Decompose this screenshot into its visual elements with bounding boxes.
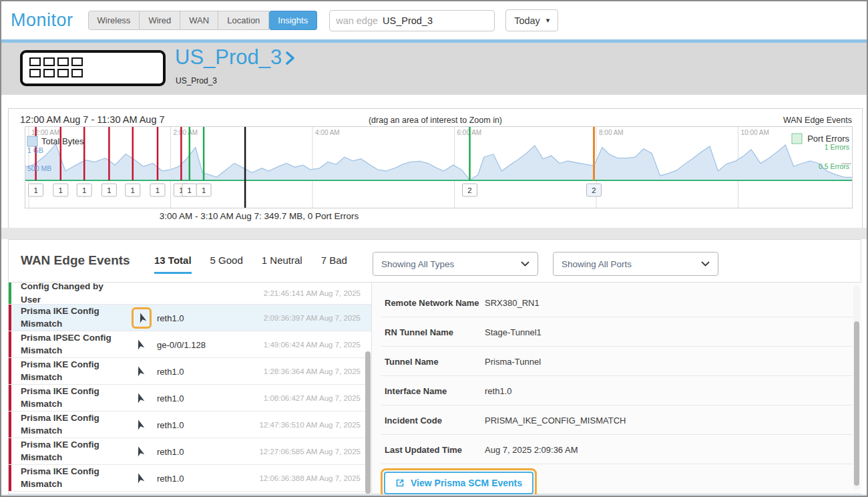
tab-location[interactable]: Location bbox=[218, 11, 269, 30]
severity-bar bbox=[9, 465, 11, 491]
wan-edge-events-card: WAN Edge Events 13 Total5 Good1 Neutral7… bbox=[8, 239, 861, 494]
tab-wireless[interactable]: Wireless bbox=[88, 11, 140, 30]
type-filter-dropdown[interactable]: Showing All Types bbox=[373, 252, 538, 276]
svg-text:2: 2 bbox=[467, 186, 471, 194]
tab-wired[interactable]: Wired bbox=[140, 11, 180, 30]
event-title: Config Changed by User bbox=[21, 283, 114, 307]
tab-wan[interactable]: WAN bbox=[180, 11, 218, 30]
event-port: reth1.0 bbox=[157, 393, 184, 403]
event-row[interactable]: Prisma IKE Config Mismatchreth1.012:47:3… bbox=[9, 411, 371, 438]
detail-label: RN Tunnel Name bbox=[385, 327, 453, 337]
external-link-icon bbox=[395, 478, 405, 488]
detail-row: RN Tunnel NameStage-Tunnel1 bbox=[381, 317, 853, 347]
svg-text:1 Errors: 1 Errors bbox=[825, 143, 849, 151]
action-highlight-ring: View Prisma SCM Events bbox=[381, 468, 537, 497]
detail-value: SRX380_RN1 bbox=[485, 297, 539, 307]
svg-text:1: 1 bbox=[156, 186, 160, 194]
event-summary-tabs: 13 Total5 Good1 Neutral7 Bad bbox=[154, 255, 347, 274]
bottom-strip bbox=[1, 494, 867, 496]
wan-edge-device-icon bbox=[132, 307, 152, 329]
wan-edge-device-icon bbox=[132, 416, 148, 434]
wan-edge-events-chart[interactable]: 12:00 AM2:00 AM4:00 AM6:00 AM8:00 AM10:0… bbox=[25, 126, 853, 208]
device-subtitle: US_Prod_3 bbox=[176, 76, 217, 86]
event-title: Prisma IKE Config Mismatch bbox=[21, 411, 114, 438]
svg-text:1: 1 bbox=[59, 186, 63, 194]
port-filter-label: Showing All Ports bbox=[562, 259, 632, 269]
device-front-panel-icon bbox=[20, 50, 166, 86]
wan-edge-device-icon bbox=[132, 470, 148, 487]
monitor-tab-group: WirelessWiredWANLocationInsights bbox=[88, 11, 318, 30]
time-range-button[interactable]: Today ▾ bbox=[505, 9, 558, 31]
section-gap bbox=[1, 228, 867, 239]
svg-text:1: 1 bbox=[82, 186, 86, 194]
event-timestamp: 1:28:36:364 AM Aug 7, 2025 bbox=[264, 367, 361, 375]
severity-bar bbox=[9, 438, 11, 464]
event-timestamp: 2:21:45:141 AM Aug 7, 2025 bbox=[264, 289, 361, 297]
event-title: Prisma IPSEC Config Mismatch bbox=[21, 331, 114, 357]
severity-bar bbox=[9, 331, 11, 357]
device-ports-icon bbox=[29, 57, 83, 77]
detail-scrollbar-track bbox=[853, 285, 860, 490]
device-name-link[interactable]: US_Prod_3 bbox=[175, 45, 282, 69]
detail-label: Incident Code bbox=[385, 415, 442, 425]
svg-text:8:00 AM: 8:00 AM bbox=[599, 129, 624, 136]
page-title: Monitor bbox=[11, 10, 73, 31]
svg-text:1: 1 bbox=[188, 186, 192, 194]
svg-text:2: 2 bbox=[592, 186, 596, 194]
chevron-right-icon bbox=[286, 50, 295, 69]
device-header: US_Prod_3 US_Prod_3 bbox=[1, 43, 867, 95]
detail-label: Tunnel Name bbox=[385, 356, 439, 366]
search-input[interactable]: wan edge US_Prod_3 bbox=[329, 10, 495, 31]
summary-tab-good[interactable]: 5 Good bbox=[210, 255, 243, 274]
event-row[interactable]: Prisma IKE Config Mismatchreth1.02:09:36… bbox=[9, 305, 371, 331]
summary-tab-neutral[interactable]: 1 Neutral bbox=[262, 255, 302, 274]
summary-tab-total[interactable]: 13 Total bbox=[154, 255, 192, 274]
detail-label: Remote Network Name bbox=[385, 297, 479, 307]
svg-text:1 GB: 1 GB bbox=[27, 146, 43, 154]
event-timestamp: 1:08:06:427 AM Aug 7, 2025 bbox=[264, 394, 361, 402]
event-title: Prisma IKE Config Mismatch bbox=[21, 438, 114, 464]
severity-bar bbox=[9, 411, 11, 438]
event-timestamp: 2:09:36:397 AM Aug 7, 2025 bbox=[264, 314, 361, 322]
detail-value: Prisma-Tunnel bbox=[485, 356, 541, 366]
view-prisma-scm-events-button[interactable]: View Prisma SCM Events bbox=[384, 472, 533, 494]
event-title: Prisma IKE Config Mismatch bbox=[21, 385, 114, 411]
event-title: Prisma IKE Config Mismatch bbox=[21, 305, 114, 331]
detail-row: Remote Network NameSRX380_RN1 bbox=[381, 288, 853, 317]
event-row[interactable]: Prisma IKE Config Mismatchreth1.012:06:3… bbox=[9, 465, 371, 492]
summary-tab-bad[interactable]: 7 Bad bbox=[321, 255, 347, 274]
events-header: WAN Edge Events 13 Total5 Good1 Neutral7… bbox=[9, 240, 861, 283]
tab-insights[interactable]: Insights bbox=[269, 11, 317, 30]
detail-label: Interface Name bbox=[385, 385, 447, 395]
event-row[interactable]: Prisma IKE Config Mismatchreth1.012:27:0… bbox=[9, 438, 371, 465]
event-timestamp: 1:49:06:424 AM Aug 7, 2025 bbox=[264, 341, 361, 349]
event-timestamp: 12:06:36:388 AM Aug 7, 2025 bbox=[259, 474, 361, 482]
event-row[interactable]: Config Changed by User2:21:45:141 AM Aug… bbox=[9, 283, 371, 305]
detail-row: Interface Namereth1.0 bbox=[381, 376, 853, 405]
wan-edge-device-icon bbox=[132, 443, 148, 460]
event-row[interactable]: Prisma IKE Config Mismatchreth1.01:08:06… bbox=[9, 385, 371, 411]
svg-text:10:00 AM: 10:00 AM bbox=[741, 129, 769, 136]
type-filter-label: Showing All Types bbox=[381, 259, 454, 269]
event-list: Config Changed by User2:21:45:141 AM Aug… bbox=[9, 283, 371, 494]
wan-edge-device-icon bbox=[132, 389, 148, 407]
event-detail-panel: Remote Network NameSRX380_RN1RN Tunnel N… bbox=[371, 283, 862, 494]
time-range-label: Today bbox=[514, 15, 540, 26]
events-body: Config Changed by User2:21:45:141 AM Aug… bbox=[9, 283, 861, 494]
event-list-scrollbar[interactable] bbox=[365, 351, 371, 494]
detail-scrollbar[interactable] bbox=[854, 321, 859, 486]
event-title: Prisma IKE Config Mismatch bbox=[21, 358, 114, 384]
event-row[interactable]: Prisma IPSEC Config Mismatchge-0/0/1.128… bbox=[9, 331, 371, 358]
svg-text:1: 1 bbox=[33, 186, 37, 194]
port-filter-dropdown[interactable]: Showing All Ports bbox=[553, 252, 718, 276]
detail-value: Stage-Tunnel1 bbox=[485, 327, 541, 337]
event-port: reth1.0 bbox=[157, 446, 184, 456]
search-scope-label: wan edge bbox=[336, 15, 378, 26]
event-port: reth1.0 bbox=[157, 366, 184, 376]
svg-text:1: 1 bbox=[202, 186, 206, 194]
detail-row: Incident CodePRISMA_IKE_CONFIG_MISMATCH bbox=[381, 405, 853, 435]
event-row[interactable]: Prisma IKE Config Mismatchreth1.01:28:36… bbox=[9, 358, 371, 385]
event-title: Prisma IKE Config Mismatch bbox=[21, 465, 114, 491]
severity-bar bbox=[9, 283, 11, 304]
severity-bar bbox=[9, 305, 11, 331]
